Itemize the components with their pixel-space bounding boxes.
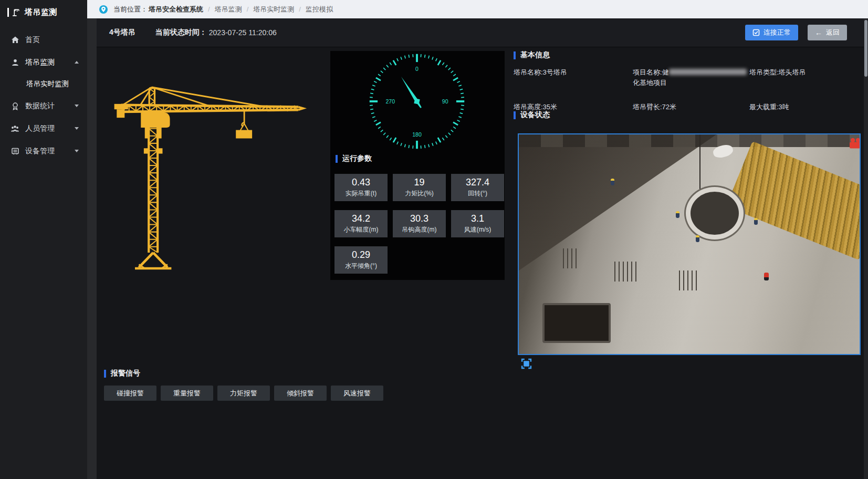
section-bar	[104, 370, 106, 378]
basic-info-title: 基本信息	[514, 50, 550, 60]
person-monitor-icon	[11, 58, 19, 67]
video-camera-icon[interactable]	[849, 138, 861, 152]
main-area: 当前位置： 塔吊安全检查系统 / 塔吊监测 / 塔吊实时监测 / 监控模拟 4号…	[87, 0, 868, 479]
sidebar-item-home[interactable]: 首页	[0, 28, 87, 51]
breadcrumb-separator: /	[208, 5, 210, 13]
breadcrumb-separator: /	[247, 5, 249, 13]
breadcrumb-label: 当前位置：	[113, 5, 148, 14]
alarm-buttons: 碰撞报警 重量报警 力矩报警 倾斜报警 风速报警	[104, 386, 383, 401]
run-params-grid: 0.43实际吊重(t) 19力矩比(%) 327.4回转(°) 34.2小车幅度…	[334, 174, 504, 274]
gauge-needle	[398, 75, 424, 109]
video-scene-worker	[611, 179, 614, 185]
content-area: 4号塔吊 当前状态时间： 2023-07-25 11:20:06 连接正常 ← …	[87, 18, 868, 479]
sidebar-item-label: 首页	[25, 35, 40, 45]
video-scene-scaffold	[519, 134, 860, 147]
sidebar: 塔吊监测 首页 塔吊监测 塔吊实时监测	[0, 0, 87, 479]
camera-video-feed[interactable]	[518, 133, 861, 355]
scrollbar[interactable]	[864, 18, 868, 479]
sidebar-item-label: 塔吊监测	[25, 58, 55, 67]
device-icon	[11, 147, 19, 155]
gauge-label-0: 0	[415, 66, 419, 72]
sidebar-item-personnel[interactable]: 人员管理	[0, 117, 87, 140]
alarm-button-torque[interactable]: 力矩报警	[217, 386, 270, 401]
panel-header: 4号塔吊 当前状态时间： 2023-07-25 11:20:06 连接正常 ← …	[97, 18, 868, 47]
data-stats-icon	[11, 101, 19, 110]
alarm-title: 报警信号	[104, 369, 140, 378]
video-scene-spool	[686, 187, 744, 240]
breadcrumb-separator: /	[299, 5, 301, 13]
section-bar	[336, 155, 338, 163]
video-scene-rebar	[679, 270, 697, 290]
sidebar-nav: 首页 塔吊监测 塔吊实时监测 数据统计	[0, 28, 87, 162]
info-project-name: 项目名称:健 化基地项目	[633, 67, 749, 88]
chevron-down-icon	[75, 127, 79, 130]
video-scene-rebar	[614, 262, 640, 282]
video-scene-rebar	[563, 248, 579, 268]
gauge-label-270: 270	[385, 98, 395, 105]
chevron-down-icon	[75, 105, 79, 107]
video-scene-worker	[676, 211, 679, 218]
sidebar-subitem-label: 塔吊实时监测	[26, 79, 69, 89]
breadcrumb-item[interactable]: 塔吊监测	[215, 5, 242, 14]
header-buttons: 连接正常 ← 返回	[745, 25, 847, 40]
section-bar	[514, 51, 516, 59]
arrow-left-icon: ←	[815, 29, 822, 36]
crane-logo-icon	[12, 8, 20, 17]
info-max-load: 最大载重:3吨	[749, 102, 861, 112]
alarm-button-weight[interactable]: 重量报警	[161, 386, 213, 401]
param-tile: 34.2小车幅度(m)	[334, 210, 388, 237]
run-params-title: 运行参数	[336, 154, 372, 163]
alarm-button-wind[interactable]: 风速报警	[331, 386, 383, 401]
connect-status-button[interactable]: 连接正常	[745, 25, 798, 40]
alarm-button-tilt[interactable]: 倾斜报警	[274, 386, 327, 401]
status-time-label: 当前状态时间：	[155, 28, 207, 37]
param-tile: 3.1风速(m/s)	[451, 210, 504, 237]
sidebar-item-label: 设备管理	[25, 147, 55, 156]
scrollbar-thumb[interactable]	[864, 20, 867, 77]
param-tile: 19力矩比(%)	[393, 174, 446, 201]
logo-bar	[7, 8, 9, 17]
video-scene-basket	[542, 303, 611, 343]
redacted-text	[669, 69, 747, 75]
video-scene-worker	[754, 218, 758, 225]
breadcrumb-item[interactable]: 监控模拟	[306, 5, 333, 14]
home-icon	[11, 35, 19, 44]
section-bar	[514, 111, 516, 119]
param-tile: 0.43实际吊重(t)	[334, 174, 388, 201]
video-scene-worker	[764, 273, 769, 280]
location-pin-icon	[99, 5, 108, 14]
param-tile: 327.4回转(°)	[451, 174, 504, 201]
rotation-gauge: 0 90 180 270	[367, 51, 467, 152]
monitor-panel: 4号塔吊 当前状态时间： 2023-07-25 11:20:06 连接正常 ← …	[97, 18, 868, 479]
device-status-title: 设备状态	[514, 110, 550, 120]
checkbox-check-icon	[752, 29, 760, 36]
gauge-panel: 0 90 180 270 运行参数	[330, 51, 505, 280]
breadcrumb-item[interactable]: 塔吊实时监测	[253, 5, 294, 14]
gauge-label-90: 90	[442, 98, 448, 105]
sidebar-item-label: 人员管理	[25, 124, 55, 133]
breadcrumb-item[interactable]: 塔吊安全检查系统	[149, 5, 203, 14]
sidebar-item-data-stats[interactable]: 数据统计	[0, 95, 87, 117]
info-crane-name: 塔吊名称:3号塔吊	[514, 67, 633, 88]
back-button[interactable]: ← 返回	[808, 25, 847, 40]
app-logo: 塔吊监测	[0, 0, 87, 24]
sidebar-item-crane-monitor[interactable]: 塔吊监测	[0, 51, 87, 74]
gauge-label-180: 180	[412, 131, 422, 138]
crane-name: 4号塔吊	[109, 28, 135, 37]
info-arm-length: 塔吊臂长:72米	[633, 102, 749, 112]
sidebar-item-crane-realtime[interactable]: 塔吊实时监测	[0, 74, 87, 95]
sidebar-item-device-mgmt[interactable]: 设备管理	[0, 140, 87, 162]
video-scene-worker	[696, 235, 699, 242]
fullscreen-icon[interactable]	[521, 358, 532, 369]
app-root: 塔吊监测 首页 塔吊监测 塔吊实时监测	[0, 0, 868, 479]
breadcrumb: 当前位置： 塔吊安全检查系统 / 塔吊监测 / 塔吊实时监测 / 监控模拟	[87, 0, 868, 18]
basic-info-grid: 塔吊名称:3号塔吊 项目名称:健 化基地项目 塔吊类型:塔头塔吊 塔吊高度:35…	[514, 67, 861, 112]
param-tile: 30.3吊钩高度(m)	[393, 210, 446, 237]
chevron-up-icon	[75, 61, 79, 64]
status-time-value: 2023-07-25 11:20:06	[209, 28, 277, 37]
crane-illustration	[111, 77, 308, 279]
alarm-button-collision[interactable]: 碰撞报警	[104, 386, 156, 401]
info-crane-type: 塔吊类型:塔头塔吊	[749, 67, 861, 88]
panel-body: 0 90 180 270 运行参数	[97, 47, 868, 479]
param-tile: 0.29水平倾角(°)	[334, 246, 388, 274]
